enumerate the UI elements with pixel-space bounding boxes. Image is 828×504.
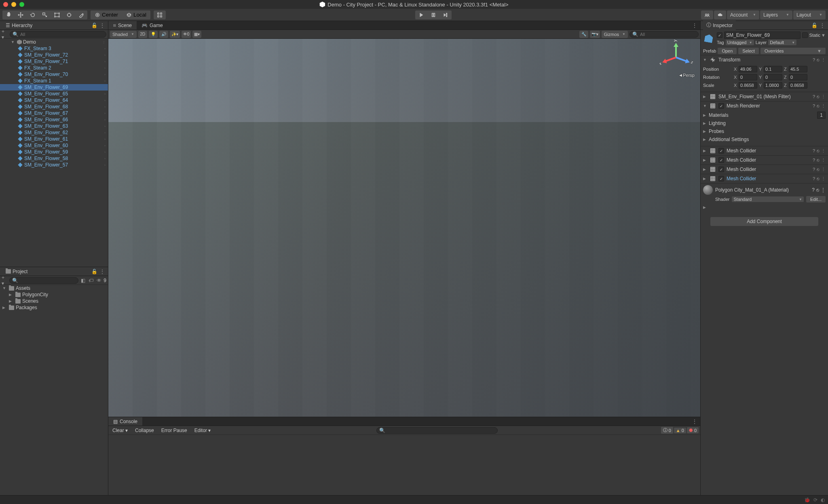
- project-folder[interactable]: ▼Assets: [0, 285, 108, 291]
- position-z-field[interactable]: 45.5: [789, 66, 807, 72]
- rect-tool-button[interactable]: [51, 11, 63, 19]
- component-menu-icon[interactable]: ⋮: [821, 148, 826, 154]
- materials-foldout[interactable]: ▶Materials1: [703, 111, 826, 119]
- rotation-z-field[interactable]: 0: [789, 74, 807, 80]
- help-icon[interactable]: ?: [813, 57, 815, 63]
- mesh-renderer-enabled-checkbox[interactable]: [718, 103, 724, 109]
- project-search-input[interactable]: [20, 278, 76, 283]
- material-expand-icon[interactable]: ▶: [703, 205, 706, 209]
- hierarchy-item[interactable]: FX_Steam 1›: [0, 78, 108, 84]
- prefab-select-button[interactable]: Select: [738, 48, 759, 54]
- help-icon[interactable]: ?: [813, 158, 815, 163]
- snap-settings-button[interactable]: [154, 11, 166, 19]
- project-filter-icon[interactable]: ◧: [80, 277, 86, 284]
- scene-camera-toggle[interactable]: ▦▾: [192, 31, 201, 38]
- status-bug-icon[interactable]: 🐞: [804, 497, 810, 503]
- project-tab[interactable]: Project: [2, 268, 31, 276]
- hierarchy-item[interactable]: SM_Env_Flower_68›: [0, 103, 108, 110]
- hierarchy-create-dropdown[interactable]: + ▾: [2, 31, 8, 38]
- hierarchy-item[interactable]: FX_Steam 2›: [0, 65, 108, 71]
- probes-foldout[interactable]: ▶Probes: [703, 127, 826, 135]
- hierarchy-item[interactable]: SM_Env_Flower_62›: [0, 129, 108, 136]
- tag-dropdown[interactable]: Untagged▼: [726, 40, 754, 45]
- help-icon[interactable]: ?: [813, 94, 815, 99]
- material-header[interactable]: Polygon City_Mat_01_A (Material) ?⎋⋮: [703, 185, 826, 195]
- layer-dropdown[interactable]: Default▼: [768, 40, 796, 45]
- mesh-collider-enabled-checkbox[interactable]: [718, 176, 724, 181]
- console-error-count[interactable]: ⬣0: [687, 427, 699, 433]
- static-checkbox[interactable]: [802, 32, 808, 38]
- pause-button[interactable]: [427, 11, 439, 19]
- preset-icon[interactable]: ⎋: [817, 158, 820, 163]
- preset-icon[interactable]: ⎋: [817, 167, 820, 172]
- preset-icon[interactable]: ⎋: [816, 187, 819, 193]
- hierarchy-item[interactable]: SM_Env_Flower_67›: [0, 110, 108, 116]
- mesh-collider-component-header[interactable]: ▶Mesh Collider?⎋⋮: [701, 156, 828, 164]
- component-menu-icon[interactable]: ⋮: [821, 187, 826, 193]
- panel-menu-icon[interactable]: ⋮: [99, 268, 106, 275]
- scene-search[interactable]: 🔍: [629, 31, 699, 38]
- gizmos-dropdown[interactable]: Gizmos▼: [602, 31, 628, 38]
- project-tree[interactable]: ▼Assets▶PolygonCity▶Scenes▶Packages: [0, 285, 108, 495]
- hierarchy-item[interactable]: FX_Steam 3›: [0, 45, 108, 52]
- hierarchy-item[interactable]: SM_Env_Flower_59›: [0, 149, 108, 155]
- console-tab[interactable]: ▤ Console: [108, 417, 142, 426]
- hierarchy-item[interactable]: SM_Env_Flower_70›: [0, 71, 108, 78]
- console-info-count[interactable]: ⓘ0: [661, 427, 673, 434]
- window-close-button[interactable]: [3, 2, 8, 7]
- component-menu-icon[interactable]: ⋮: [821, 176, 826, 181]
- console-collapse-button[interactable]: Collapse: [133, 427, 156, 434]
- transform-tool-button[interactable]: [63, 11, 75, 19]
- console-editor-dropdown[interactable]: Editor ▾: [192, 427, 213, 434]
- panel-menu-icon[interactable]: ⋮: [819, 22, 826, 29]
- orientation-gizmo[interactable]: y x z: [667, 43, 696, 72]
- console-error-pause-button[interactable]: Error Pause: [159, 427, 190, 434]
- project-folder[interactable]: ▶Packages: [0, 304, 108, 311]
- layout-dropdown[interactable]: Layout▼: [793, 11, 826, 19]
- layers-dropdown[interactable]: Layers▼: [760, 11, 792, 19]
- mesh-collider-enabled-checkbox[interactable]: [718, 148, 724, 154]
- scene-row[interactable]: ▼Demo⋮: [0, 39, 108, 45]
- scene-search-input[interactable]: [640, 32, 696, 37]
- hierarchy-item[interactable]: SM_Env_Flower_57›: [0, 162, 108, 168]
- console-clear-button[interactable]: Clear ▾: [110, 427, 130, 434]
- step-button[interactable]: [439, 11, 452, 19]
- hierarchy-search[interactable]: 🔍: [10, 31, 106, 38]
- status-autorefresh-icon[interactable]: ⟳: [813, 497, 817, 503]
- preset-icon[interactable]: ⎋: [817, 176, 820, 181]
- help-icon[interactable]: ?: [813, 148, 815, 154]
- mesh-collider-component-header[interactable]: ▶Mesh Collider?⎋⋮: [701, 174, 828, 183]
- hierarchy-tree[interactable]: ▼Demo⋮FX_Steam 3›SM_Env_Flower_72›SM_Env…: [0, 39, 108, 267]
- preset-icon[interactable]: ⎋: [817, 94, 820, 99]
- project-folder[interactable]: ▶Scenes: [0, 298, 108, 304]
- panel-menu-icon[interactable]: ⋮: [691, 418, 698, 425]
- custom-tool-button[interactable]: [75, 11, 87, 19]
- preset-icon[interactable]: ⎋: [817, 57, 820, 63]
- hierarchy-item[interactable]: SM_Env_Flower_60›: [0, 142, 108, 149]
- help-icon[interactable]: ?: [813, 103, 815, 109]
- panel-lock-icon[interactable]: 🔓: [91, 268, 97, 275]
- scene-audio-toggle[interactable]: 🔊: [159, 31, 168, 38]
- preset-icon[interactable]: ⎋: [817, 148, 820, 154]
- console-warn-count[interactable]: ▲0: [674, 428, 686, 433]
- scene-tools-button[interactable]: 🔧: [579, 31, 588, 38]
- move-tool-button[interactable]: [15, 11, 27, 19]
- scene-view[interactable]: y x z ◀ Persp: [108, 39, 700, 417]
- hierarchy-item[interactable]: SM_Env_Flower_64›: [0, 97, 108, 103]
- mesh-collider-component-header[interactable]: ▶Mesh Collider?⎋⋮: [701, 146, 828, 155]
- collab-button[interactable]: [701, 11, 713, 19]
- hierarchy-item[interactable]: SM_Env_Flower_58›: [0, 155, 108, 162]
- shading-mode-dropdown[interactable]: Shaded▼: [110, 31, 137, 38]
- component-menu-icon[interactable]: ⋮: [821, 158, 826, 163]
- hierarchy-item[interactable]: SM_Env_Flower_66›: [0, 116, 108, 123]
- gameobject-name-field[interactable]: SM_Env_Flower_69: [724, 32, 801, 39]
- play-button[interactable]: [415, 11, 427, 19]
- panel-lock-icon[interactable]: 🔓: [91, 22, 97, 29]
- scene-menu-icon[interactable]: ⋮: [102, 40, 106, 44]
- inspector-panel-header[interactable]: ⓘ Inspector 🔓 ⋮: [701, 21, 828, 30]
- hierarchy-item[interactable]: SM_Env_Flower_69›: [0, 84, 108, 91]
- additional-settings-foldout[interactable]: ▶Additional Settings: [703, 135, 826, 143]
- lighting-foldout[interactable]: ▶Lighting: [703, 119, 826, 127]
- project-folder[interactable]: ▶PolygonCity: [0, 291, 108, 298]
- game-tab[interactable]: 🎮 Game: [137, 21, 168, 30]
